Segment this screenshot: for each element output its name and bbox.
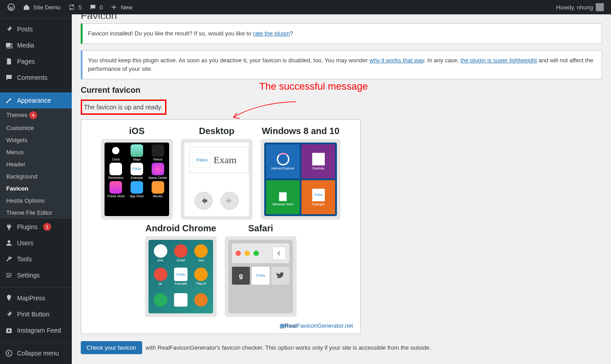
submenu-header[interactable]: Header — [0, 158, 72, 170]
submenu-hestia[interactable]: Hestia Options — [0, 195, 72, 207]
updates-count: 5 — [79, 4, 82, 11]
main-content: Favicon Favicon installed! Do you like t… — [72, 14, 611, 364]
wrench-icon — [4, 255, 13, 264]
page-icon — [4, 57, 13, 66]
desktop-browser: IT4GoExam — [184, 143, 249, 216]
updates-link[interactable]: 5 — [64, 0, 85, 14]
menu-comments[interactable]: Comments — [0, 69, 72, 86]
menu-users[interactable]: Users — [0, 235, 72, 251]
preview-safari: Safari g IT4Go — [225, 223, 297, 317]
admin-toolbar: Site Demo 5 0 New Howdy, nhung — [0, 0, 611, 14]
annotation-label: The successful message — [259, 81, 368, 92]
home-icon — [22, 3, 31, 11]
check-favicon-button[interactable]: Check your favicon — [81, 341, 142, 354]
menu-tools[interactable]: Tools — [0, 251, 72, 267]
svg-point-6 — [6, 350, 12, 356]
wordpress-icon — [7, 3, 15, 11]
submenu-favicon[interactable]: Favicon — [0, 182, 72, 195]
menu-posts[interactable]: Posts — [0, 21, 72, 37]
menu-plugins[interactable]: Plugins1 — [0, 219, 72, 235]
submenu-widgets[interactable]: Widgets — [0, 134, 72, 146]
twitter-icon — [271, 267, 289, 285]
menu-instagram[interactable]: Instagram Feed — [0, 322, 72, 338]
avatar — [596, 3, 604, 11]
new-content-link[interactable]: New — [106, 0, 136, 14]
sliders-icon — [4, 271, 13, 280]
submenu-themes[interactable]: Themes4 — [0, 108, 72, 122]
menu-settings[interactable]: Settings — [0, 267, 72, 283]
themes-badge: 4 — [29, 111, 37, 119]
arrow-left-icon — [195, 192, 213, 210]
preview-desktop: Desktop IT4GoExam — [181, 126, 253, 220]
site-name-link[interactable]: Site Demo — [19, 0, 64, 14]
check-favicon-text: with RealFaviconGenerator's favicon chec… — [146, 344, 431, 351]
submenu-editor[interactable]: Theme File Editor — [0, 207, 72, 219]
media-icon — [4, 41, 13, 50]
collapse-icon — [4, 349, 13, 358]
menu-pages[interactable]: Pages — [0, 53, 72, 69]
site-name: Site Demo — [33, 4, 61, 11]
lightweight-link[interactable]: the plugin is super lightweight — [460, 57, 537, 64]
admin-sidebar: Posts Media Pages Comments Appearance Th… — [0, 14, 72, 364]
comment-icon — [89, 3, 97, 11]
notice-success: Favicon installed! Do you like the resul… — [81, 23, 602, 44]
menu-pinit[interactable]: PinIt Button — [0, 306, 72, 322]
pin-icon — [4, 25, 13, 34]
preview-ios: iOS Clock Maps Videos Reminders IT4GoExa… — [101, 126, 173, 220]
rate-plugin-link[interactable]: rate the plugin — [253, 30, 290, 37]
collapse-menu[interactable]: Collapse menu — [0, 345, 72, 361]
windows-tiles: Internet Explorer OneNote Windows Store … — [264, 143, 337, 216]
plus-icon — [110, 3, 118, 11]
menu-mappress[interactable]: MapPress — [0, 290, 72, 306]
menu-media[interactable]: Media — [0, 37, 72, 53]
why-link[interactable]: why it works that way — [370, 57, 424, 64]
howdy-text: Howdy, nhung — [556, 4, 593, 11]
comments-count: 0 — [100, 4, 103, 11]
svg-point-3 — [8, 240, 10, 243]
ios-grid: Clock Maps Videos Reminders IT4GoExample… — [105, 143, 169, 216]
menu-appearance[interactable]: Appearance — [0, 92, 72, 108]
user-icon — [4, 238, 13, 247]
rfg-link[interactable]: ▦RealFaviconGenerator.net — [86, 321, 356, 332]
location-icon — [4, 294, 13, 303]
safari-window: g IT4Go — [228, 240, 293, 313]
plugin-icon — [4, 222, 13, 231]
page-title: Favicon — [81, 14, 602, 19]
favicon-status: The favicon is up and ready. — [81, 100, 166, 115]
account-link[interactable]: Howdy, nhung — [556, 3, 607, 11]
refresh-icon — [68, 3, 76, 11]
wp-logo[interactable] — [4, 0, 19, 14]
submenu-appearance: Themes4 Customize Widgets Menus Header B… — [0, 108, 72, 219]
comment-icon — [4, 73, 13, 82]
plugins-badge: 1 — [43, 223, 51, 231]
pinit-icon — [4, 310, 13, 319]
submenu-background[interactable]: Background — [0, 170, 72, 182]
svg-rect-1 — [6, 43, 11, 47]
annotation-arrow — [229, 100, 301, 122]
svg-point-5 — [8, 330, 10, 332]
comments-link[interactable]: 0 — [85, 0, 106, 14]
preview-windows: Windows 8 and 10 Internet Explorer OneNo… — [261, 126, 340, 220]
chevron-left-icon — [272, 247, 286, 260]
submenu-customize[interactable]: Customize — [0, 122, 72, 134]
brush-icon — [4, 96, 13, 105]
favicon-preview-box: iOS Clock Maps Videos Reminders IT4GoExa… — [81, 119, 361, 334]
preview-android: Android Chrome ome Gmail Goo ps IT4GoExa… — [145, 223, 217, 317]
new-label: New — [121, 4, 132, 11]
submenu-menus[interactable]: Menus — [0, 146, 72, 158]
camera-icon — [4, 326, 13, 335]
android-grid: ome Gmail Goo ps IT4GoExample Play M — [148, 240, 213, 313]
notice-info: You should keep this plugin active. As s… — [81, 50, 602, 79]
arrow-right-icon — [221, 192, 239, 210]
